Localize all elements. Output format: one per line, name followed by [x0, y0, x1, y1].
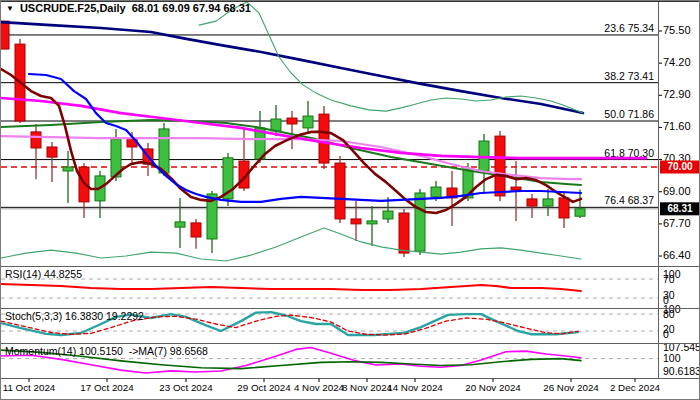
- candle-body: [319, 114, 329, 163]
- env-lower: [1, 228, 581, 261]
- candle-body: [303, 116, 313, 128]
- stochastic-scale-label: 80: [663, 308, 675, 320]
- date-axis-label: 8 Nov 2024: [342, 382, 393, 393]
- date-axis-label: 17 Oct 2024: [80, 382, 134, 393]
- candle-body: [575, 209, 585, 216]
- chart-title-bar: ▼ USCRUDE.F25,Daily 68.01 69.09 67.94 68…: [6, 2, 251, 14]
- chart-canvas[interactable]: 23.6 75.3438.2 73.4150.0 71.8661.8 70.30…: [1, 1, 700, 400]
- candle-body: [335, 163, 345, 219]
- candle-body: [159, 129, 169, 173]
- momentum-scale-label: 100: [663, 352, 681, 364]
- candle-body: [431, 187, 441, 197]
- date-axis-label: 29 Oct 2024: [237, 382, 291, 393]
- stoch-panel-label: Stoch(5,3,3) 16.3830 19.2292: [5, 310, 144, 322]
- price-badge-value: 70.00: [667, 161, 692, 172]
- candle-body: [47, 147, 57, 157]
- momentum-scale-label: 90.6183: [663, 365, 700, 377]
- date-axis-label: 11 Oct 2024: [3, 382, 56, 393]
- candle-body: [543, 199, 553, 206]
- candle-body: [559, 198, 569, 218]
- date-axis-label: 14 Nov 2024: [387, 382, 443, 393]
- fib-label: 23.6 75.34: [604, 22, 654, 34]
- rsi-panel-label: RSI(14) 44.8255: [5, 268, 82, 280]
- candle-body: [31, 132, 41, 148]
- price-axis-label: 75.50: [663, 24, 691, 36]
- candle-body: [191, 223, 201, 237]
- candle-body: [383, 211, 393, 219]
- candle-body: [399, 213, 409, 253]
- fib-label: 61.8 70.30: [604, 147, 654, 159]
- momentum-panel-label: Momentum(14) 100.5150 ->MA(7) 98.6568: [5, 345, 208, 357]
- title-ohlc: 68.01 69.09 67.94 68.31: [132, 2, 251, 14]
- date-axis-label: 20 Nov 2024: [465, 382, 521, 393]
- price-badge-value: 68.31: [667, 203, 692, 214]
- price-axis-label: 74.20: [663, 56, 691, 68]
- candle-body: [367, 221, 377, 224]
- fib-label: 38.2 73.41: [604, 70, 654, 82]
- candle-body: [511, 187, 521, 190]
- date-axis-label: 4 Nov 2024: [294, 382, 345, 393]
- price-axis-label: 72.90: [663, 88, 691, 100]
- price-axis-label: 67.70: [663, 217, 691, 229]
- candle-body: [175, 222, 185, 227]
- candle-body: [495, 136, 505, 196]
- candle-body: [271, 119, 281, 131]
- date-axis-label: 26 Nov 2024: [543, 382, 599, 393]
- candle-body: [1, 21, 9, 49]
- price-axis-label: 66.40: [663, 249, 691, 261]
- date-axis-label: 23 Oct 2024: [159, 382, 213, 393]
- rsi-line: [1, 284, 581, 291]
- date-axis-label: 2 Dec 2024: [610, 382, 661, 393]
- price-axis-label: 69.00: [663, 185, 691, 197]
- candle-body: [287, 118, 297, 124]
- candle-body: [415, 193, 425, 251]
- env-upper: [199, 2, 583, 113]
- trading-chart-window: 23.6 75.3438.2 73.4150.0 71.8661.8 70.30…: [0, 0, 700, 400]
- fib-label: 76.4 68.37: [604, 194, 654, 206]
- stochastic-scale-label: 0: [663, 328, 669, 340]
- rsi-scale-label: 70: [663, 273, 675, 285]
- fib-label: 50.0 71.86: [604, 108, 654, 120]
- symbol-dropdown-icon[interactable]: ▼: [6, 3, 14, 14]
- symbol-title: USCRUDE.F25,Daily: [20, 2, 126, 14]
- candle-body: [63, 167, 73, 171]
- price-axis-label: 71.60: [663, 120, 691, 132]
- candle-body: [351, 219, 361, 224]
- candle-body: [527, 199, 537, 206]
